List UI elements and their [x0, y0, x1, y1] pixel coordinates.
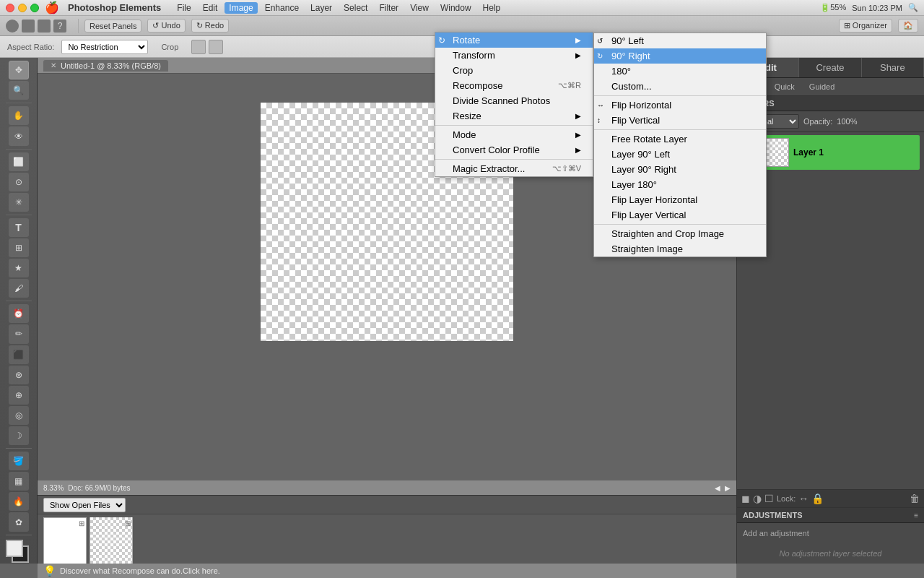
tool-type[interactable]: T [9, 218, 29, 237]
submenu-arrow-transform: ▶ [575, 51, 581, 59]
submenu-straighten[interactable]: Straighten Image [594, 241, 766, 256]
tool-zoom[interactable]: 🔍 [9, 81, 29, 100]
bin-item-white[interactable]: ⊞ [43, 517, 87, 564]
tool-eye[interactable]: 👁 [9, 126, 29, 145]
home-button[interactable]: 🏠 [898, 19, 918, 33]
tool-dodge[interactable]: ☽ [9, 426, 29, 445]
submenu-layer180[interactable]: Layer 180° [594, 177, 766, 192]
tool-eraser[interactable]: ⬛ [9, 345, 29, 364]
menu-window[interactable]: Window [436, 2, 476, 14]
menu-file[interactable]: File [173, 2, 195, 14]
tool-blur[interactable]: ◎ [9, 406, 29, 425]
menu-layer[interactable]: Layer [306, 2, 336, 14]
subtab-quick[interactable]: Quick [769, 81, 801, 92]
menu-rotate[interactable]: ↻ Rotate ▶ [435, 33, 593, 48]
tool-marquee[interactable]: ⬜ [9, 152, 29, 171]
submenu-flip-layer-h[interactable]: Flip Layer Horizontal [594, 192, 766, 207]
tool-lasso[interactable]: ⊙ [9, 173, 29, 191]
menu-magic[interactable]: Magic Extractor... ⌥⇧⌘V [435, 161, 593, 176]
tool-icon-2[interactable] [22, 20, 35, 33]
tool-icon-3[interactable] [38, 20, 51, 33]
submenu-custom[interactable]: Custom... [594, 79, 766, 94]
canvas-tab-close[interactable]: ✕ [51, 61, 56, 69]
background-color[interactable] [6, 540, 23, 557]
rot90l-icon: ↺ [597, 37, 610, 45]
tool-flower[interactable]: ✿ [9, 512, 29, 531]
submenu-layer90l[interactable]: Layer 90° Left [594, 147, 766, 162]
adjustments-menu-icon[interactable]: ≡ [914, 512, 918, 519]
submenu-180[interactable]: 180° [594, 64, 766, 79]
tool-stamp[interactable]: ⊛ [9, 366, 29, 384]
tool-fire[interactable]: 🔥 [9, 492, 29, 511]
tool-star[interactable]: ★ [9, 259, 29, 277]
layers-footer: ◼ ◑ ☐ Lock: ↔ 🔒 🗑 [737, 489, 924, 507]
maximize-button[interactable] [30, 4, 39, 12]
help-button[interactable]: ? [53, 20, 66, 33]
aspect-ratio-select[interactable]: No Restriction [61, 40, 148, 54]
scroll-left-icon[interactable]: ◀ [715, 484, 720, 492]
menu-select[interactable]: Select [339, 2, 372, 14]
scroll-right-icon[interactable]: ▶ [725, 484, 731, 492]
tool-gradient[interactable]: ▦ [9, 472, 29, 491]
tab-share[interactable]: Share [862, 58, 924, 77]
menu-transform[interactable]: Transform ▶ [435, 48, 593, 63]
layer-adj-icon[interactable]: ◑ [753, 493, 762, 504]
flip-layer-v-label: Flip Layer Vertical [611, 210, 686, 220]
tool-icon-1[interactable] [6, 20, 19, 33]
menu-image[interactable]: Image [225, 2, 257, 14]
organizer-button[interactable]: ⊞ Organizer [839, 19, 892, 33]
show-open-files-select[interactable]: Show Open Files [43, 498, 126, 512]
menu-view[interactable]: View [406, 2, 433, 14]
close-button[interactable] [6, 4, 14, 12]
delete-layer-icon[interactable]: 🗑 [910, 493, 920, 504]
tool-clock[interactable]: ⏰ [9, 304, 29, 323]
submenu-free-rotate[interactable]: Free Rotate Layer [594, 131, 766, 147]
menu-convert[interactable]: Convert Color Profile ▶ [435, 142, 593, 158]
bin-item-checker[interactable]: ⊞ [90, 517, 133, 564]
crop-icon-1[interactable] [191, 40, 206, 54]
flip-h-label: Flip Horizontal [611, 100, 671, 111]
menu-edit[interactable]: Edit [199, 2, 222, 14]
tool-move[interactable]: ✥ [9, 61, 29, 79]
tool-pencil[interactable]: ✏ [9, 324, 29, 343]
submenu-straighten-crop[interactable]: Straighten and Crop Image [594, 226, 766, 241]
tool-paint[interactable]: 🖌 [9, 279, 29, 298]
menu-resize[interactable]: Resize ▶ [435, 108, 593, 124]
submenu-flip-v[interactable]: ↕ Flip Vertical [594, 113, 766, 128]
menu-crop[interactable]: Crop [435, 63, 593, 78]
subtab-guided[interactable]: Guided [803, 81, 840, 92]
submenu-layer90r[interactable]: Layer 90° Right [594, 162, 766, 177]
submenu-flip-h[interactable]: ↔ Flip Horizontal [594, 98, 766, 113]
minimize-button[interactable] [18, 4, 27, 12]
apple-icon[interactable]: 🍎 [45, 1, 59, 14]
layer-style-icon[interactable]: ◼ [741, 493, 750, 504]
search-icon[interactable]: 🔍 [908, 3, 918, 12]
layer-mask-icon[interactable]: ☐ [764, 493, 774, 504]
menu-help[interactable]: Help [479, 2, 505, 14]
submenu-90-right[interactable]: ↻ 90° Right [594, 48, 766, 64]
submenu-90-left[interactable]: ↺ 90° Left [594, 33, 766, 48]
straighten-crop-label: Straighten and Crop Image [611, 228, 724, 239]
tool-transform[interactable]: ⊞ [9, 238, 29, 257]
tool-heal[interactable]: ⊕ [9, 386, 29, 405]
tool-hand[interactable]: ✋ [9, 106, 29, 125]
menu-recompose[interactable]: Recompose ⌥⌘R [435, 78, 593, 93]
tool-magic[interactable]: ✳ [9, 193, 29, 212]
canvas-tab[interactable]: ✕ Untitled-1 @ 8.33% (RGB/8) [43, 60, 168, 72]
menu-filter[interactable]: Filter [375, 2, 403, 14]
add-adjustment[interactable]: Add an adjustment [737, 523, 924, 543]
lock-position-icon[interactable]: ↔ [798, 493, 808, 504]
tip-text[interactable]: Discover what Recompose can do.Click her… [60, 566, 220, 575]
redo-button[interactable]: ↻ Redo [191, 19, 229, 33]
tool-bucket[interactable]: 🪣 [9, 452, 29, 470]
crop-icon-2[interactable] [209, 40, 223, 54]
undo-button[interactable]: ↺ Undo [147, 19, 185, 33]
lock-all-icon[interactable]: 🔒 [811, 493, 824, 504]
menu-mode[interactable]: Mode ▶ [435, 127, 593, 142]
layer-item[interactable]: 👁 Layer 1 [741, 135, 920, 170]
menu-enhance[interactable]: Enhance [261, 2, 303, 14]
tab-create[interactable]: Create [799, 58, 861, 77]
menu-divide[interactable]: Divide Scanned Photos [435, 93, 593, 108]
submenu-flip-layer-v[interactable]: Flip Layer Vertical [594, 207, 766, 223]
reset-panels-button[interactable]: Reset Panels [84, 20, 141, 33]
